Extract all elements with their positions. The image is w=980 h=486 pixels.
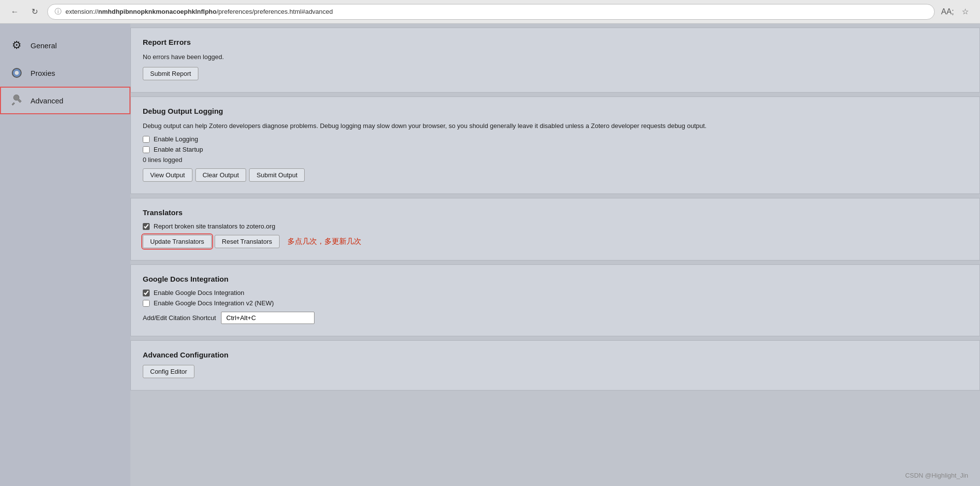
section-report-errors: Report Errors No errors have been logged… <box>130 28 980 93</box>
clear-output-button[interactable]: Clear Output <box>195 168 247 182</box>
view-output-button[interactable]: View Output <box>143 168 192 182</box>
report-broken-row: Report broken site translators to zotero… <box>143 223 968 230</box>
proxies-icon <box>10 66 24 80</box>
section-translators: Translators Report broken site translato… <box>130 198 980 260</box>
sidebar-item-proxies[interactable]: Proxies <box>0 59 130 87</box>
shortcut-label: Add/Edit Citation Shortcut <box>143 314 216 322</box>
enable-logging-row: Enable Logging <box>143 135 968 143</box>
translators-annotation: 多点几次，多更新几次 <box>287 237 361 246</box>
update-translators-button[interactable]: Update Translators <box>143 235 212 248</box>
app-container: ⚙ General Proxies Advanced <box>0 24 980 486</box>
bookmark-button[interactable]: ☆ <box>958 5 972 19</box>
browser-chrome: ← ↻ ⓘ extension://nmhdhpibnnopknkmonacoe… <box>0 0 980 24</box>
url-text: extension://nmhdhpibnnopknkmonacoephklnf… <box>65 8 333 15</box>
address-bar: ⓘ extension://nmhdhpibnnopknkmonacoephkl… <box>47 4 935 20</box>
enable-startup-label: Enable at Startup <box>154 146 203 153</box>
debug-logging-buttons: View Output Clear Output Submit Output <box>143 168 968 182</box>
translate-button[interactable]: AA; <box>941 5 954 19</box>
submit-report-button[interactable]: Submit Report <box>143 67 198 80</box>
shortcut-row: Add/Edit Citation Shortcut <box>143 312 968 324</box>
url-path: /preferences/preferences.html#advanced <box>217 8 333 15</box>
enable-google-docs-v2-label: Enable Google Docs Integration v2 (NEW) <box>154 299 274 307</box>
translators-btn-row: Update Translators Reset Translators 多点几… <box>143 235 968 248</box>
no-errors-text: No errors have been logged. <box>143 52 968 62</box>
shortcut-input[interactable] <box>221 312 315 324</box>
sidebar: ⚙ General Proxies Advanced <box>0 24 130 486</box>
translators-title: Translators <box>143 208 968 217</box>
enable-logging-label: Enable Logging <box>154 135 198 143</box>
enable-google-docs-v2-checkbox[interactable] <box>143 300 150 307</box>
report-errors-buttons: Submit Report <box>143 67 968 80</box>
enable-google-docs-label: Enable Google Docs Integration <box>154 289 244 296</box>
svg-point-1 <box>15 71 19 75</box>
enable-startup-checkbox[interactable] <box>143 146 150 153</box>
submit-output-button[interactable]: Submit Output <box>249 168 305 182</box>
enable-logging-checkbox[interactable] <box>143 136 150 143</box>
enable-google-docs-row: Enable Google Docs Integration <box>143 289 968 296</box>
enable-startup-row: Enable at Startup <box>143 146 968 153</box>
gear-icon: ⚙ <box>10 38 24 52</box>
google-docs-title: Google Docs Integration <box>143 275 968 283</box>
report-broken-label: Report broken site translators to zotero… <box>154 223 275 230</box>
url-domain: nmhdhpibnnopknkmonacoephklnflpho <box>98 8 217 15</box>
section-advanced-config: Advanced Configuration Config Editor <box>130 340 980 390</box>
config-editor-button[interactable]: Config Editor <box>143 365 194 378</box>
info-icon: ⓘ <box>55 7 62 16</box>
section-google-docs: Google Docs Integration Enable Google Do… <box>130 264 980 336</box>
report-errors-title: Report Errors <box>143 38 968 46</box>
reset-translators-button[interactable]: Reset Translators <box>215 235 280 248</box>
report-broken-checkbox[interactable] <box>143 223 150 230</box>
sidebar-label-advanced: Advanced <box>31 97 63 105</box>
content-area: Report Errors No errors have been logged… <box>130 24 980 486</box>
section-debug-logging: Debug Output Logging Debug output can he… <box>130 97 980 194</box>
enable-google-docs-checkbox[interactable] <box>143 290 150 296</box>
watermark: CSDN @Highlight_Jin <box>905 472 968 479</box>
sidebar-item-general[interactable]: ⚙ General <box>0 32 130 59</box>
lines-logged-text: 0 lines logged <box>143 156 968 163</box>
browser-actions: AA; ☆ <box>941 5 972 19</box>
wrench-icon <box>10 94 24 107</box>
sidebar-label-proxies: Proxies <box>31 69 55 77</box>
back-button[interactable]: ← <box>8 5 22 19</box>
advanced-config-title: Advanced Configuration <box>143 351 968 359</box>
sidebar-label-general: General <box>31 41 57 50</box>
sidebar-item-advanced[interactable]: Advanced <box>0 87 130 114</box>
advanced-config-buttons: Config Editor <box>143 365 968 378</box>
debug-logging-description: Debug output can help Zotero developers … <box>143 121 968 131</box>
enable-google-docs-v2-row: Enable Google Docs Integration v2 (NEW) <box>143 299 968 307</box>
reload-button[interactable]: ↻ <box>28 5 41 19</box>
debug-logging-title: Debug Output Logging <box>143 107 968 115</box>
